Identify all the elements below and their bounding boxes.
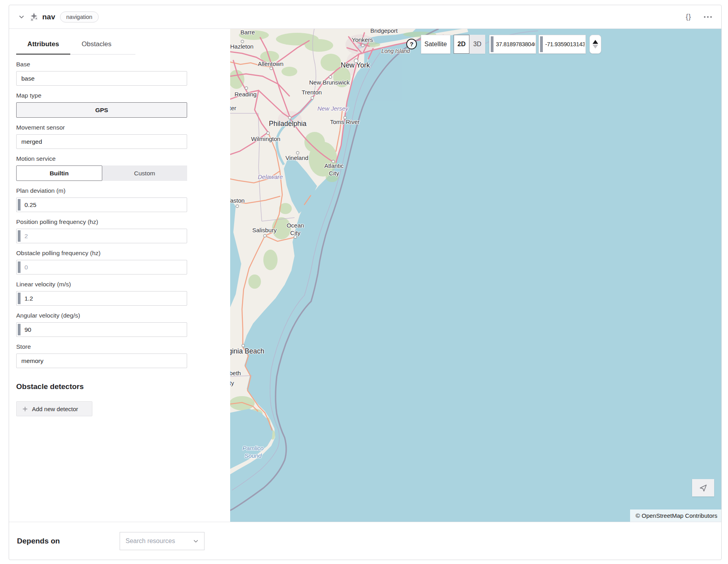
map-attribution: © OpenStreetMap Contributors: [630, 509, 721, 522]
map-label: Hazleton: [230, 43, 253, 51]
map-label: Toms River: [330, 118, 360, 126]
mode-3d-button[interactable]: 3D: [469, 35, 485, 54]
map-label: New Brunswick: [309, 79, 350, 86]
map-tiles: [230, 29, 721, 522]
map-label: Trenton: [302, 89, 322, 96]
latitude-input[interactable]: [490, 35, 536, 53]
resource-name: nav: [42, 13, 55, 21]
map-type-label: Map type: [16, 92, 187, 99]
depends-on-placeholder: Search resources: [126, 538, 175, 545]
map-label: Reading: [235, 91, 257, 98]
help-icon[interactable]: ?: [406, 39, 417, 49]
map-label: beth: [230, 370, 241, 377]
obstacle-detectors-heading: Obstacle detectors: [16, 382, 230, 391]
map-label: Salisbury: [252, 227, 277, 234]
map-label: Pamlico Sound: [240, 445, 266, 460]
map-label: Long Island: [381, 48, 410, 55]
map-label: Bridgeport: [370, 29, 398, 35]
add-detector-button[interactable]: Add new detector: [16, 401, 92, 416]
position-polling-input[interactable]: [17, 229, 187, 243]
card-header: nav navigation {}: [9, 5, 721, 29]
movement-sensor-input[interactable]: [17, 135, 187, 149]
map-label: ginia Beach: [230, 347, 264, 356]
add-detector-label: Add new detector: [32, 406, 78, 412]
map-label: New York: [341, 61, 370, 70]
map-label: ty: [230, 380, 234, 387]
more-menu-icon[interactable]: [702, 14, 713, 20]
map-label: Delaware: [258, 173, 283, 181]
step-down-icon[interactable]: [593, 45, 598, 49]
position-polling-label: Position polling frequency (hz): [16, 218, 187, 226]
tab-obstacles[interactable]: Obstacles: [70, 37, 123, 54]
plus-icon: [22, 406, 28, 412]
depends-on-heading: Depends on: [17, 537, 60, 545]
map-label: aston: [230, 197, 245, 205]
longitude-input[interactable]: [539, 35, 585, 53]
movement-sensor-label: Movement sensor: [16, 124, 187, 131]
depends-on-section: Depends on Search resources: [9, 522, 721, 560]
map-view[interactable]: Bridgeport Barre Hazleton Yonkers New Yo…: [230, 29, 721, 522]
store-label: Store: [16, 343, 187, 350]
tab-attributes[interactable]: Attributes: [16, 37, 70, 55]
plan-deviation-label: Plan deviation (m): [16, 187, 187, 194]
angular-velocity-label: Angular velocity (deg/s): [16, 312, 187, 319]
motion-service-toggle: Builtin Custom: [16, 165, 187, 181]
chevron-down-icon: [193, 538, 199, 544]
map-label: Yonkers: [352, 36, 373, 44]
map-type-gps-button[interactable]: GPS: [16, 102, 187, 118]
latitude-field: [489, 35, 536, 54]
navigation-service-icon: [29, 12, 39, 22]
map-label: ter: [230, 105, 236, 112]
locate-button[interactable]: [692, 479, 714, 496]
map-label: Atlantic City: [322, 162, 346, 177]
motion-service-label: Motion service: [16, 155, 187, 162]
motion-service-custom[interactable]: Custom: [102, 165, 188, 181]
zoom-stepper[interactable]: [589, 35, 601, 54]
map-label: Philadelphia: [269, 120, 306, 128]
map-label: Wilmington: [251, 135, 280, 143]
satellite-toggle-button[interactable]: Satellite: [421, 35, 450, 54]
map-label: Barre: [240, 29, 255, 36]
map-label: Vineland: [285, 154, 308, 162]
map-label: Allentown: [258, 60, 283, 68]
map-label: New Jersey: [317, 105, 348, 113]
map-dimension-toggle: 2D 3D: [454, 35, 485, 54]
angular-velocity-input[interactable]: [17, 323, 187, 337]
step-up-icon[interactable]: [593, 40, 598, 44]
json-mode-icon[interactable]: {}: [683, 11, 694, 23]
store-input[interactable]: [17, 354, 187, 368]
obstacle-polling-label: Obstacle polling frequency (hz): [16, 250, 187, 257]
longitude-field: [538, 35, 586, 54]
map-label: Ocean City: [285, 222, 305, 237]
panel-tabs: Attributes Obstacles: [16, 37, 135, 55]
depends-on-select[interactable]: Search resources: [120, 532, 205, 550]
config-panel: Attributes Obstacles Base Map type GPS M…: [9, 29, 230, 522]
linear-velocity-label: Linear velocity (m/s): [16, 281, 187, 288]
base-input[interactable]: [17, 71, 187, 85]
resource-card: nav navigation {} Attributes Obstacles B…: [9, 5, 722, 560]
navigation-arrow-icon: [698, 483, 708, 493]
obstacle-polling-input[interactable]: [17, 260, 187, 274]
collapse-chevron-icon[interactable]: [17, 13, 26, 21]
resource-type-badge: navigation: [60, 11, 99, 23]
motion-service-builtin[interactable]: Builtin: [16, 165, 102, 181]
plan-deviation-input[interactable]: [17, 198, 187, 212]
linear-velocity-input[interactable]: [17, 291, 187, 305]
mode-2d-button[interactable]: 2D: [454, 35, 469, 54]
base-label: Base: [16, 61, 187, 68]
